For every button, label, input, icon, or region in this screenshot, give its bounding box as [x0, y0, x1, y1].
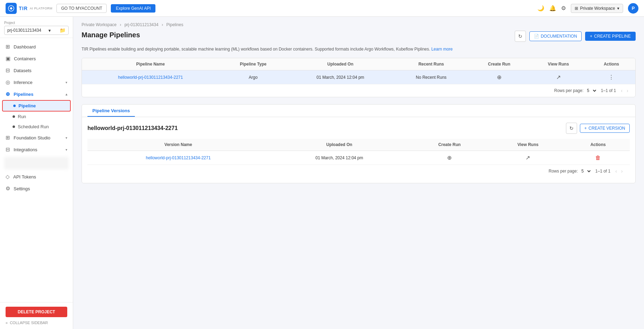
delete-project-button[interactable]: DELETE PROJECT	[6, 307, 67, 317]
project-id: prj-013011213434	[7, 28, 41, 33]
breadcrumb: Private Workspace › prj-013011213434 › P…	[82, 22, 636, 27]
logo-icon	[6, 3, 17, 14]
title-actions: ↻ 📄 DOCUMENTATION + CREATE PIPELINE	[515, 31, 636, 42]
dropdown-chevron-icon: ▾	[48, 28, 51, 33]
sidebar-item-label-integrations: Integrations	[14, 147, 37, 152]
versions-table-row: helloworld-prj-013011213434-2271 01 Marc…	[87, 151, 630, 165]
blurred-nav-item	[4, 157, 69, 169]
navbar-right: 🌙 🔔 ⚙ ⊞ Private Workspace ▾ P	[537, 3, 638, 14]
explore-genai-button[interactable]: Explore GenAI API	[111, 4, 155, 13]
versions-table-footer: Rows per page: 5 10 25 1–1 of 1 ‹ ›	[87, 164, 630, 177]
run-dot	[13, 115, 15, 118]
rows-per-page-select[interactable]: 5 10 25	[585, 88, 597, 93]
sidebar-item-datasets[interactable]: ⊟ Datasets	[0, 64, 73, 76]
sidebar-item-containers[interactable]: ▣ Containers	[0, 53, 73, 64]
next-page-button[interactable]: ›	[625, 87, 630, 94]
versions-tabs: Pipeline Versions	[82, 105, 635, 117]
scheduled-run-dot	[13, 125, 15, 128]
sidebar-item-label-api-tokens: API Tokens	[13, 174, 36, 179]
foundation-studio-chevron-icon: ▾	[66, 136, 67, 140]
collapse-sidebar-button[interactable]: « COLLAPSE SIDEBAR	[6, 321, 67, 325]
breadcrumb-current: Pipelines	[166, 22, 183, 27]
versions-pipeline-name: helloworld-prj-013011213434-2271	[87, 125, 178, 131]
workspace-icon: ⊞	[575, 6, 578, 11]
versions-refresh-button[interactable]: ↻	[566, 123, 577, 134]
version-actions-cell: 🗑	[566, 151, 630, 165]
project-dropdown[interactable]: prj-013011213434 ▾ 📁	[4, 26, 69, 35]
settings-icon[interactable]: ⚙	[561, 5, 566, 12]
create-pipeline-button[interactable]: + CREATE PIPELINE	[585, 32, 636, 41]
sidebar-subitem-label-run: Run	[18, 114, 26, 119]
version-name-cell: helloworld-prj-013011213434-2271	[87, 151, 269, 165]
refresh-button[interactable]: ↻	[515, 31, 526, 42]
sidebar-bottom: DELETE PROJECT « COLLAPSE SIDEBAR	[0, 302, 73, 329]
dark-mode-icon[interactable]: 🌙	[537, 5, 544, 12]
sidebar-subitem-scheduled-run[interactable]: Scheduled Run	[0, 122, 73, 132]
prev-page-button[interactable]: ‹	[620, 87, 624, 94]
documentation-button[interactable]: 📄 DOCUMENTATION	[529, 31, 582, 41]
pipelines-table-footer: Rows per page: 5 10 25 1–1 of 1 ‹ ›	[82, 84, 635, 97]
user-avatar[interactable]: P	[628, 3, 638, 14]
pipelines-icon: ⊕	[6, 91, 10, 97]
version-name-link[interactable]: helloworld-prj-013011213434-2271	[146, 155, 210, 160]
pipeline-name-link[interactable]: helloworld-prj-013011213434-2271	[118, 75, 183, 80]
pipelines-table-card: Pipeline Name Pipeline Type Uploaded On …	[82, 58, 636, 97]
rows-per-page-label: Rows per page:	[554, 88, 583, 93]
breadcrumb-project[interactable]: prj-013011213434	[124, 22, 158, 27]
page-description: TIR Pipelines enable building and deploy…	[82, 46, 636, 52]
notifications-icon[interactable]: 🔔	[549, 5, 556, 12]
sidebar-item-foundation-studio[interactable]: ⊞ Foundation Studio ▾	[0, 132, 73, 144]
pipeline-actions-button[interactable]: ⋮	[608, 74, 614, 81]
sidebar: Project prj-013011213434 ▾ 📁 ⊞ Dashboard…	[0, 17, 73, 329]
sidebar-item-pipelines[interactable]: ⊕ Pipelines ▴	[0, 88, 73, 100]
sidebar-item-inference[interactable]: ◎ Inference ▾	[0, 76, 73, 88]
version-create-run-cell: ⊕	[409, 151, 489, 165]
integrations-icon: ⊟	[6, 146, 10, 153]
sidebar-item-integrations[interactable]: ⊟ Integrations ▾	[0, 144, 73, 155]
workspace-selector[interactable]: ⊞ Private Workspace ▾	[571, 4, 623, 13]
sidebar-item-dashboard[interactable]: ⊞ Dashboard	[0, 41, 73, 53]
pipeline-versions-tab[interactable]: Pipeline Versions	[87, 105, 135, 117]
col-create-run: Create Run	[469, 58, 529, 70]
pagination-nav: ‹ ›	[620, 87, 630, 94]
sidebar-subitem-pipeline[interactable]: Pipeline	[2, 100, 71, 112]
col-actions: Actions	[588, 58, 635, 70]
pipelines-chevron-icon: ▴	[66, 92, 67, 96]
version-create-run-button[interactable]: ⊕	[447, 154, 452, 161]
documentation-label: DOCUMENTATION	[541, 34, 577, 39]
sidebar-item-label-containers: Containers	[14, 56, 36, 61]
pipelines-table: Pipeline Name Pipeline Type Uploaded On …	[82, 58, 635, 84]
col-uploaded-on: Uploaded On	[287, 58, 393, 70]
pipeline-create-run-cell: ⊕	[469, 70, 529, 84]
vcol-uploaded-on: Uploaded On	[269, 139, 409, 151]
version-view-runs-button[interactable]: ↗	[526, 154, 530, 161]
view-runs-button[interactable]: ↗	[556, 74, 561, 81]
sidebar-subitem-run[interactable]: Run	[0, 112, 73, 122]
vcol-version-name: Version Name	[87, 139, 269, 151]
version-delete-button[interactable]: 🗑	[595, 155, 601, 161]
logo-sub: AI PLATFORM	[30, 7, 53, 10]
versions-prev-page-button[interactable]: ‹	[614, 168, 619, 175]
versions-card: Pipeline Versions helloworld-prj-0130112…	[82, 104, 636, 183]
sidebar-subitem-label-scheduled-run: Scheduled Run	[18, 124, 49, 129]
sidebar-item-label-pipelines: Pipelines	[14, 92, 33, 97]
col-recent-runs: Recent Runs	[393, 58, 469, 70]
datasets-icon: ⊟	[6, 67, 10, 74]
versions-next-page-button[interactable]: ›	[620, 168, 624, 175]
create-run-button[interactable]: ⊕	[497, 74, 501, 81]
learn-more-link[interactable]: Learn more	[431, 47, 453, 52]
versions-rows-per-page-select[interactable]: 5 10 25	[580, 168, 592, 174]
versions-title-row: helloworld-prj-013011213434-2271 ↻ + CRE…	[87, 123, 630, 134]
versions-rows-per-page-label: Rows per page:	[549, 169, 578, 174]
versions-actions: ↻ + CREATE VERSION	[566, 123, 630, 134]
breadcrumb-workspace[interactable]: Private Workspace	[82, 22, 116, 27]
logo: TIR AI PLATFORM	[6, 3, 52, 14]
goto-myaccount-button[interactable]: GO TO MYACCOUNT	[56, 4, 107, 13]
pipeline-dot	[13, 105, 16, 107]
sidebar-item-api-tokens[interactable]: ◇ API Tokens	[0, 171, 73, 183]
create-version-button[interactable]: + CREATE VERSION	[580, 124, 630, 133]
folder-icon[interactable]: 📁	[60, 28, 66, 33]
sidebar-item-settings[interactable]: ⚙ Settings	[0, 183, 73, 194]
integrations-chevron-icon: ▾	[66, 148, 67, 152]
api-tokens-icon: ◇	[6, 174, 10, 180]
